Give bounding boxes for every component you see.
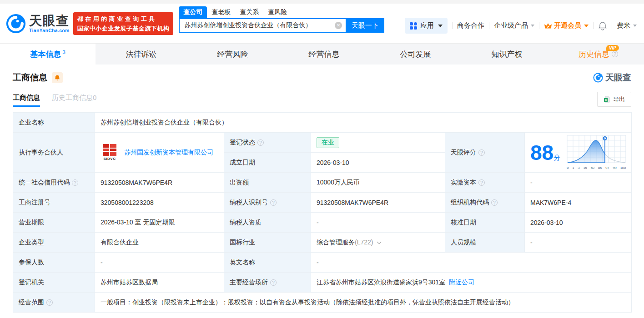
credit-code: 91320508MAK7W6PE4R xyxy=(95,173,224,193)
subscribe-bell-icon[interactable] xyxy=(52,72,63,83)
search-tab-boss[interactable]: 查老板 xyxy=(207,6,235,18)
tab-operation-risk[interactable]: 经营风险 xyxy=(187,44,278,65)
registration-number: 320508001223208 xyxy=(95,193,224,213)
company-name: 苏州苏创倍增创业投资合伙企业（有限合伙） xyxy=(95,113,632,133)
brand-domain: TianYanCha.com xyxy=(29,28,70,33)
registration-status: 在业 xyxy=(311,133,445,153)
menu-enterprise[interactable]: 企业级产品 xyxy=(494,21,534,30)
taxpayer-quality: - xyxy=(311,213,445,233)
apps-menu[interactable]: 应用 xyxy=(405,18,448,34)
business-term: 2026-03-10 至 无固定期限 xyxy=(95,213,224,233)
field-label: 成立日期 xyxy=(224,153,311,173)
industry[interactable]: 综合管理服务(L722) xyxy=(311,233,445,253)
tab-history-info[interactable]: 历史信息? VIP xyxy=(553,44,644,65)
business-address: 江苏省苏州市姑苏区沧浪街道盛家浜9号301室 附近公司 xyxy=(311,273,632,293)
menu-vip[interactable]: 开通会员 xyxy=(544,21,589,30)
table-row: 执行事务合伙人 SIDVC 苏州国发创新资本管理有限公司 登记状态? 在业 天眼… xyxy=(13,133,632,153)
field-label: 企业类型 xyxy=(13,233,95,253)
search-input[interactable]: 苏州苏创倍增创业投资合伙企业（有限合伙） ✕ xyxy=(179,18,346,33)
table-row: 登记机关 苏州市姑苏区数据局 主要经营场所? 江苏省苏州市姑苏区沧浪街道盛家浜9… xyxy=(13,273,632,293)
table-row: 工商注册号 320508001223208 纳税人识别号? 91320508MA… xyxy=(13,193,632,213)
chevron-down-icon xyxy=(377,239,382,244)
brand-name: 天眼查 xyxy=(29,14,70,28)
crown-icon xyxy=(544,22,552,30)
page-top-strip xyxy=(0,0,644,4)
tianyancha-watermark: 天眼查 xyxy=(593,72,631,84)
field-label: 天眼评分? xyxy=(445,133,525,173)
field-label: 纳税人识别号? xyxy=(224,193,311,213)
header-menu: 应用 商务合作 企业级产品 开通会员 费米 xyxy=(405,18,637,34)
clear-search-icon[interactable]: ✕ xyxy=(335,22,342,29)
field-label: 经营范围? xyxy=(13,293,95,313)
subtabs: 工商信息 历史工商信息0 x 导出 xyxy=(13,93,631,107)
site-header: 天眼查 TianYanCha.com 都在用的商业查询工具 国家中小企业发展子基… xyxy=(0,4,644,43)
main-nav: 基本信息3 法律诉讼 经营风险 经营信息 公司发展 知识产权 历史信息? VIP xyxy=(0,43,644,65)
approval-date: 2026-03-10 xyxy=(525,213,632,233)
search-tabs: 查公司 查老板 查关系 查风险 xyxy=(179,7,384,18)
tianyancha-eye-icon xyxy=(6,14,26,34)
promo-banner: 都在用的商业查询工具 国家中小企业发展子基金旗下机构 xyxy=(73,12,174,35)
excel-icon: x xyxy=(604,96,610,103)
field-label: 登记机关 xyxy=(13,273,95,293)
search-tab-company[interactable]: 查公司 xyxy=(179,6,207,18)
taxpayer-id: 91320508MAK7W6PE4R xyxy=(311,193,445,213)
table-row: 营业期限 2026-03-10 至 无固定期限 纳税人资质 - 核准日期 202… xyxy=(13,213,632,233)
menu-cooperation[interactable]: 商务合作 xyxy=(457,21,484,30)
field-label: 组织机构代码? xyxy=(445,193,525,213)
svg-text:x: x xyxy=(605,98,607,101)
field-label: 统一社会信用代码? xyxy=(13,173,95,193)
table-row: 统一社会信用代码? 91320508MAK7W6PE4R 出资额 10000万人… xyxy=(13,173,632,193)
field-label: 企业名称 xyxy=(13,113,95,133)
search-block: 查公司 查老板 查关系 查风险 苏州苏创倍增创业投资合伙企业（有限合伙） ✕ 天… xyxy=(179,7,384,33)
apps-grid-icon xyxy=(410,22,417,30)
vip-badge: VIP xyxy=(606,45,619,51)
table-row: 企业类型 有限合伙企业 国标行业 综合管理服务(L722) 人员规模 - xyxy=(13,233,632,253)
table-row: 企业名称 苏州苏创倍增创业投资合伙企业（有限合伙） xyxy=(13,113,632,133)
org-code: MAK7W6PE-4 xyxy=(525,193,632,213)
field-label: 主要经营场所? xyxy=(224,273,311,293)
field-label: 出资额 xyxy=(224,173,311,193)
english-name: - xyxy=(311,253,632,273)
subtab-history-business-info[interactable]: 历史工商信息0 xyxy=(52,94,96,107)
field-label: 登记状态? xyxy=(224,133,311,153)
table-row: 经营范围? 一般项目：创业投资（限投资未上市企业）；股权投资；以自有资金从事投资… xyxy=(13,293,632,313)
capital: 10000万人民币 xyxy=(311,173,445,193)
field-label: 执行事务合伙人 xyxy=(13,133,95,173)
partner-link[interactable]: 苏州国发创新资本管理有限公司 xyxy=(124,149,213,157)
score-axis-ticks: 0131550859799100 xyxy=(567,166,626,170)
export-button[interactable]: x 导出 xyxy=(597,92,631,107)
staff-size: - xyxy=(525,233,632,253)
tab-company-development[interactable]: 公司发展 xyxy=(370,44,461,65)
field-label: 英文名称 xyxy=(224,253,311,273)
paid-capital: - xyxy=(525,173,632,193)
company-info-table: 企业名称 苏州苏创倍增创业投资合伙企业（有限合伙） 执行事务合伙人 SIDVC … xyxy=(13,112,632,313)
status-badge: 在业 xyxy=(317,137,339,148)
partner-logo[interactable]: SIDVC xyxy=(101,144,119,161)
search-tab-relation[interactable]: 查关系 xyxy=(235,6,263,18)
table-row: 参保人数 - 英文名称 - xyxy=(13,253,632,273)
field-label: 核准日期 xyxy=(445,213,525,233)
tab-operation-info[interactable]: 经营信息 xyxy=(278,44,370,65)
section-title: 工商信息 xyxy=(13,72,47,84)
field-label: 纳税人资质 xyxy=(224,213,311,233)
tab-basic-info[interactable]: 基本信息3 xyxy=(0,44,96,65)
user-menu[interactable]: 费米 xyxy=(617,21,637,30)
registration-authority: 苏州市姑苏区数据局 xyxy=(95,273,224,293)
search-tab-risk[interactable]: 查风险 xyxy=(263,6,292,18)
insured-count: - xyxy=(95,253,224,273)
notification-bell-icon[interactable] xyxy=(598,21,607,30)
subtab-business-info[interactable]: 工商信息 xyxy=(13,94,40,107)
tab-intellectual-property[interactable]: 知识产权 xyxy=(461,44,553,65)
tab-legal[interactable]: 法律诉讼 xyxy=(96,44,187,65)
executive-partner: SIDVC 苏州国发创新资本管理有限公司 xyxy=(95,133,224,173)
score-distribution-chart: 0131550859799100 xyxy=(567,135,626,170)
field-label: 工商注册号 xyxy=(13,193,95,213)
nearby-companies-link[interactable]: 附近公司 xyxy=(449,278,474,286)
company-type: 有限合伙企业 xyxy=(95,233,224,253)
field-label: 实缴资本? xyxy=(445,173,525,193)
field-label: 国标行业 xyxy=(224,233,311,253)
established-date: 2026-03-10 xyxy=(311,153,445,173)
search-button[interactable]: 天眼一下 xyxy=(346,18,384,33)
tianyan-score[interactable]: 88分 xyxy=(525,133,632,173)
tianyancha-logo[interactable]: 天眼查 TianYanCha.com xyxy=(6,14,70,34)
